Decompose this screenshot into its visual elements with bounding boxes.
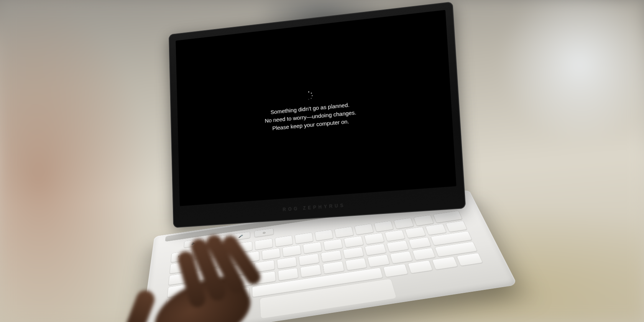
key (220, 254, 238, 266)
key (255, 260, 275, 273)
key (255, 271, 276, 284)
key (261, 248, 281, 260)
key (322, 261, 344, 274)
key (282, 245, 302, 257)
key (302, 242, 322, 254)
key (241, 251, 260, 263)
key (276, 256, 297, 269)
key-esc: ESC (171, 250, 192, 263)
key (345, 258, 367, 271)
key (413, 215, 434, 226)
key (235, 241, 253, 253)
key (425, 223, 447, 235)
key (445, 220, 467, 232)
key (299, 253, 320, 266)
key (199, 257, 218, 269)
key (232, 263, 252, 276)
laptop-display: Something didn't go as planned. No need … (176, 10, 456, 206)
key (354, 223, 374, 235)
key (320, 250, 342, 263)
key (314, 230, 334, 241)
key (210, 266, 230, 279)
key (215, 244, 233, 256)
key (374, 221, 394, 232)
key (386, 240, 409, 252)
key (407, 260, 433, 274)
key (278, 268, 299, 281)
key (342, 246, 364, 259)
media-key: ⚙ (254, 228, 274, 237)
media-key: 🔉 (184, 238, 204, 248)
key (383, 264, 408, 277)
laptop-lid: Something didn't go as planned. No need … (169, 2, 466, 228)
update-rollback-message: Something didn't go as planned. No need … (264, 100, 357, 133)
key (300, 264, 322, 278)
key (202, 291, 225, 305)
key (364, 233, 384, 245)
photo-scene: 🔉 🔊 🎤 ⚙ ESC (0, 0, 644, 322)
key (432, 256, 458, 270)
loading-spinner-icon (305, 91, 313, 100)
key (394, 218, 414, 229)
key (294, 232, 313, 244)
key (323, 239, 343, 251)
key (194, 247, 212, 259)
key (274, 235, 293, 247)
key (412, 248, 435, 260)
key (232, 274, 253, 288)
media-key: 🔊 (207, 235, 227, 245)
key (255, 238, 273, 250)
key (227, 287, 250, 301)
media-key: 🎤 (231, 232, 250, 241)
key (210, 278, 230, 291)
key (457, 253, 483, 266)
key (384, 230, 405, 241)
key (408, 237, 431, 249)
key (365, 243, 387, 256)
key (334, 227, 354, 238)
key (343, 236, 364, 248)
key (367, 255, 390, 267)
key (390, 251, 413, 264)
key (405, 227, 426, 238)
